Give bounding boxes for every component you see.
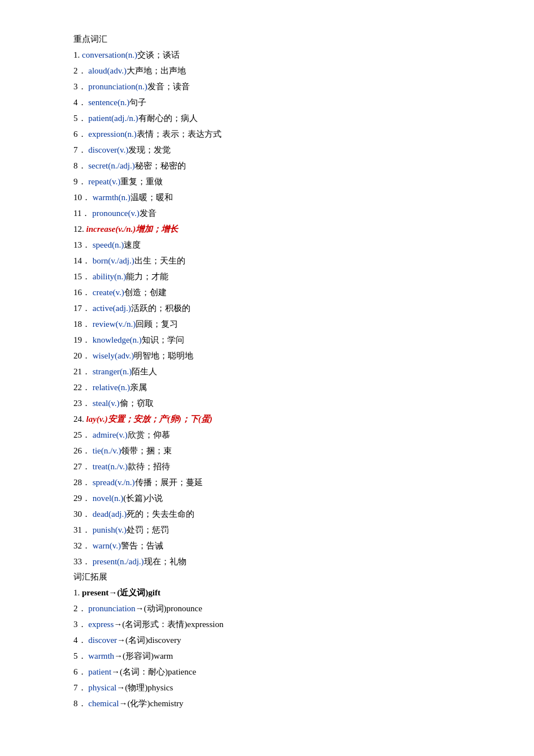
vocab-chinese: 增加；增长	[136, 224, 178, 234]
vocab-chinese: 秘密；秘密的	[135, 161, 186, 170]
vocab-english: knowledge	[93, 335, 130, 344]
vocab-num: 11．	[73, 209, 92, 218]
vocab-english: pronounce	[92, 209, 128, 218]
vocab-english: punish	[93, 525, 115, 534]
vocab-num: 15．	[73, 272, 93, 281]
vocab-type: (adj./n.)	[111, 114, 138, 123]
expand-english: discover	[88, 636, 117, 645]
vocab-english: steal	[93, 399, 108, 408]
vocab-chinese: 回顾；复习	[136, 319, 178, 329]
vocab-english: wisely	[93, 351, 115, 360]
vocab-num: 12.	[73, 224, 86, 234]
vocab-type: (n.)	[124, 129, 136, 139]
vocab-num: 32．	[73, 541, 93, 550]
vocab-type: (n.)	[112, 240, 124, 249]
vocab-type: (n./adj.)	[108, 161, 134, 170]
expand-translation: physics	[147, 683, 173, 692]
vocab-chinese: 重复；重做	[120, 177, 163, 186]
vocab-item: 31． punish(v.)处罚；惩罚	[73, 523, 489, 537]
expand-translation: expression	[187, 620, 223, 629]
vocab-type: (v./n.)	[116, 319, 136, 329]
vocab-num: 31．	[73, 525, 93, 534]
vocab-num: 19．	[73, 335, 93, 344]
vocab-english: lay	[86, 414, 97, 424]
expand-item: 5． warmth→(形容词)warm	[73, 649, 489, 663]
vocab-section-title: 重点词汇	[73, 34, 489, 45]
vocab-num: 33．	[73, 557, 93, 566]
vocab-english: pronunciation	[88, 82, 135, 91]
vocab-item: 27． treat(n./v.)款待；招待	[73, 460, 489, 473]
vocab-english: warn	[93, 541, 110, 550]
vocab-item: 1. conversation(n.)交谈；谈话	[73, 48, 489, 62]
vocab-chinese: 款待；招待	[128, 462, 170, 471]
vocab-num: 20．	[73, 351, 93, 360]
vocab-chinese: 速度	[124, 240, 141, 249]
vocab-type: (adv.)	[115, 351, 134, 360]
expand-note: (名词)	[125, 636, 148, 645]
vocab-chinese: 大声地；出声地	[127, 66, 186, 75]
vocab-item: 19． knowledge(n.)知识；学问	[73, 333, 489, 347]
vocab-num: 29．	[73, 494, 93, 503]
vocab-chinese: (长篇)小说	[123, 494, 163, 503]
vocab-type: (v.)	[128, 209, 140, 218]
vocab-item: 10． warmth(n.)温暖；暖和	[73, 191, 489, 204]
vocab-chinese: 陌生人	[132, 367, 157, 376]
vocab-num: 28．	[73, 478, 93, 487]
vocab-chinese: 安置；安放；产(卵)；下(蛋)	[108, 414, 212, 424]
expand-arrow: →	[136, 604, 144, 613]
vocab-english: patient	[88, 114, 111, 123]
expand-item: 3． express→(名词形式：表情)expression	[73, 617, 489, 631]
vocab-chinese: 发现；发觉	[128, 145, 171, 154]
vocab-english: conversation	[82, 50, 125, 59]
expand-item: 7． physical→(物理)physics	[73, 681, 489, 694]
vocab-type: (v.)	[108, 399, 119, 408]
expand-translation: chemistry	[150, 699, 183, 708]
vocab-num: 30．	[73, 509, 93, 519]
vocab-english: treat	[93, 462, 108, 471]
vocab-num: 1.	[73, 50, 82, 59]
vocab-chinese: 创造；创建	[124, 288, 167, 297]
vocab-type: (v./n.)	[115, 478, 135, 487]
vocab-item: 26． tie(n./v.)领带；捆；束	[73, 444, 489, 457]
vocab-num: 17．	[73, 304, 93, 313]
vocab-item: 18． review(v./n.)回顾；复习	[73, 317, 489, 331]
vocab-type: (n.)	[114, 272, 126, 281]
vocab-item: 14． born(v./adj.)出生；天生的	[73, 254, 489, 267]
expand-note: (物理)	[125, 683, 147, 692]
vocab-item: 3． pronunciation(n.)发音；读音	[73, 80, 489, 93]
expand-note: (化学)	[127, 699, 150, 708]
expand-translation: gift	[148, 588, 160, 597]
expand-english: present	[82, 588, 108, 597]
expand-note: (动词)	[144, 604, 167, 613]
vocab-item: 25． admire(v.)欣赏；仰慕	[73, 428, 489, 442]
vocab-num: 14．	[73, 256, 93, 265]
vocab-type: (n.)	[125, 50, 137, 59]
vocab-type: (adj.)	[113, 304, 131, 313]
vocab-english: stranger	[93, 367, 120, 376]
expand-note: (近义词)	[117, 588, 148, 597]
expand-num: 6．	[73, 667, 88, 676]
vocab-item: 21． stranger(n.)陌生人	[73, 365, 489, 378]
vocab-english: born	[93, 256, 108, 265]
vocab-chinese: 交谈；谈话	[137, 50, 180, 59]
vocab-chinese: 有耐心的；病人	[138, 114, 198, 123]
vocab-chinese: 能力；才能	[126, 272, 168, 281]
expand-num: 5．	[73, 651, 88, 660]
vocab-item: 32． warn(v.)警告；告诫	[73, 539, 489, 552]
vocab-english: speed	[93, 240, 112, 249]
vocab-type: (n.)	[136, 82, 147, 91]
vocab-type: (n.)	[130, 335, 142, 344]
expand-num: 4．	[73, 636, 88, 645]
vocab-english: warmth	[93, 193, 119, 202]
expand-section: 词汇拓展 1. present→(近义词)gift2． pronunciatio…	[73, 572, 489, 710]
expand-note: (形容词)	[123, 651, 154, 660]
vocab-chinese: 出生；天生的	[134, 256, 185, 265]
expand-arrow: →	[119, 699, 127, 708]
expand-english: pronunciation	[88, 604, 135, 613]
vocab-item: 16． create(v.)创造；创建	[73, 286, 489, 299]
vocab-english: increase	[86, 224, 116, 234]
vocab-list: 1. conversation(n.)交谈；谈话2． aloud(adv.)大声…	[73, 48, 489, 568]
expand-translation: warm	[154, 651, 173, 660]
vocab-type: (n.)	[118, 383, 130, 392]
vocab-item: 2． aloud(adv.)大声地；出声地	[73, 64, 489, 77]
